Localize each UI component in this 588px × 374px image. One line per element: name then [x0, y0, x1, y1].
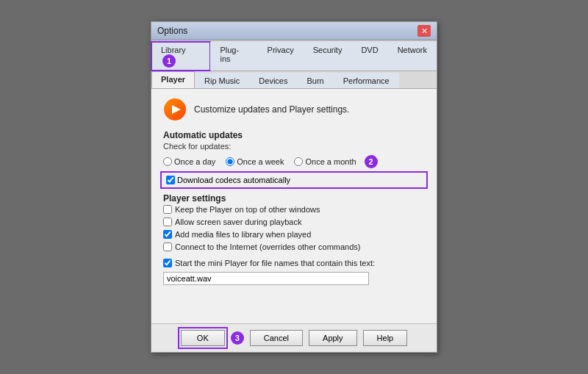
- mini-player-text-input[interactable]: [163, 272, 369, 285]
- automatic-updates-label: Automatic updates: [163, 130, 425, 140]
- checkbox-connect-internet: Connect to the Internet (overrides other…: [163, 242, 425, 251]
- checkbox-screen-saver-label: Allow screen saver during playback: [175, 217, 301, 226]
- radio-once-a-month[interactable]: Once a month 2: [294, 155, 377, 168]
- tab-network[interactable]: Network: [388, 42, 437, 71]
- radio-once-a-month-input[interactable]: [294, 157, 303, 166]
- badge-3: 3: [231, 331, 244, 345]
- radio-once-a-week-label: Once a week: [237, 157, 284, 166]
- tab-library[interactable]: Library 1: [151, 42, 210, 71]
- footer: OK 3 Cancel Apply Help: [151, 323, 437, 352]
- mini-player-checkbox[interactable]: [163, 259, 172, 267]
- checkbox-keep-on-top-label: Keep the Player on top of other windows: [175, 205, 320, 214]
- radio-once-a-day-label: Once a day: [174, 157, 215, 166]
- download-codecs-checkbox[interactable]: [166, 176, 175, 184]
- checkbox-keep-on-top: Keep the Player on top of other windows: [163, 205, 425, 214]
- tab-burn[interactable]: Burn: [297, 73, 333, 88]
- check-for-updates-label: Check for updates:: [163, 142, 425, 151]
- tabs-row1: Library 1 Plug-ins Privacy Security DVD …: [151, 40, 437, 71]
- player-settings-section: Player settings Keep the Player on top o…: [163, 193, 425, 251]
- checkbox-screen-saver-input[interactable]: [163, 217, 172, 226]
- checkbox-add-media: Add media files to library when played: [163, 230, 425, 239]
- tab-performance[interactable]: Performance: [334, 73, 399, 88]
- checkbox-keep-on-top-input[interactable]: [163, 205, 172, 214]
- radio-once-a-week-input[interactable]: [226, 157, 234, 166]
- player-icon: [163, 98, 187, 121]
- radio-once-a-day[interactable]: Once a day: [163, 157, 215, 166]
- download-codecs-row: Download codecs automatically: [163, 174, 425, 186]
- content-area: Customize updates and Player settings. A…: [151, 89, 437, 323]
- header-section: Customize updates and Player settings.: [163, 98, 425, 121]
- close-button[interactable]: ✕: [417, 25, 431, 37]
- radio-once-a-month-label: Once a month: [305, 157, 356, 166]
- automatic-updates-section: Automatic updates Check for updates: Onc…: [163, 130, 425, 186]
- checkbox-add-media-label: Add media files to library when played: [175, 230, 311, 239]
- apply-button[interactable]: Apply: [309, 330, 357, 346]
- options-dialog: Options ✕ Library 1 Plug-ins Privacy Sec…: [151, 21, 437, 353]
- badge-1: 1: [162, 54, 176, 68]
- tab-privacy[interactable]: Privacy: [258, 42, 304, 71]
- checkbox-add-media-input[interactable]: [163, 230, 172, 239]
- checkbox-screen-saver: Allow screen saver during playback: [163, 217, 425, 226]
- badge-2: 2: [365, 155, 378, 168]
- player-settings-label: Player settings: [163, 193, 425, 204]
- radio-once-a-week[interactable]: Once a week: [226, 157, 284, 166]
- titlebar: Options ✕: [151, 22, 437, 40]
- checkbox-connect-internet-label: Connect to the Internet (overrides other…: [175, 242, 361, 251]
- radio-once-a-day-input[interactable]: [163, 157, 172, 166]
- mini-player-section: Start the mini Player for file names tha…: [163, 259, 425, 267]
- help-button[interactable]: Help: [363, 330, 408, 346]
- header-text: Customize updates and Player settings.: [194, 104, 349, 115]
- dialog-title: Options: [157, 26, 187, 36]
- download-codecs-label: Download codecs automatically: [177, 176, 290, 184]
- ok-button[interactable]: OK: [181, 330, 225, 346]
- tab-plugins[interactable]: Plug-ins: [210, 42, 257, 71]
- tab-dvd[interactable]: DVD: [351, 42, 387, 71]
- tab-rip-music[interactable]: Rip Music: [195, 73, 249, 88]
- tab-player[interactable]: Player: [151, 71, 195, 88]
- cancel-button[interactable]: Cancel: [250, 330, 303, 346]
- tabs-row2: Player Rip Music Devices Burn Performanc…: [151, 71, 437, 89]
- radio-row: Once a day Once a week Once a month 2: [163, 155, 425, 168]
- tab-devices[interactable]: Devices: [249, 73, 297, 88]
- checkbox-connect-internet-input[interactable]: [163, 242, 172, 251]
- tab-security[interactable]: Security: [304, 42, 352, 71]
- mini-player-label: Start the mini Player for file names tha…: [175, 259, 375, 267]
